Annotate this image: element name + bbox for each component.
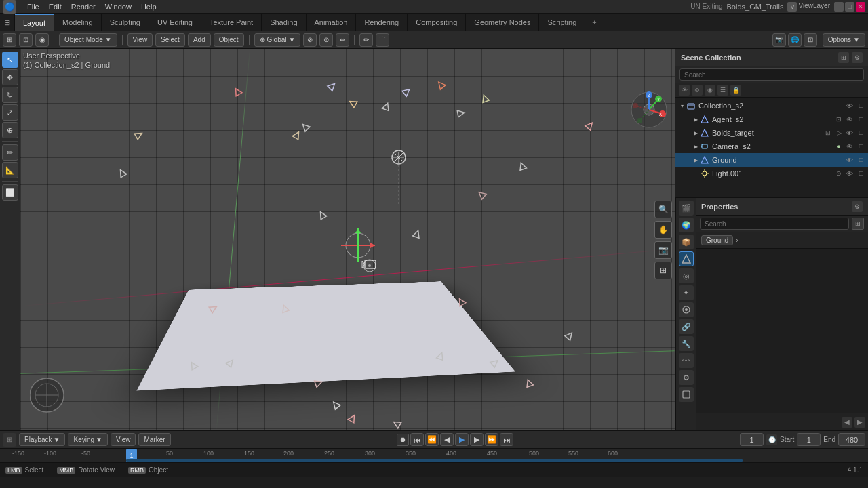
props-icon-extra[interactable]	[679, 387, 694, 402]
view-btn[interactable]: View	[127, 33, 153, 47]
tab-scripting[interactable]: Scripting	[539, 14, 585, 30]
tl-time-display-icon[interactable]: 🕐	[766, 434, 777, 445]
camera-hide-icon[interactable]: ☐	[856, 142, 865, 151]
tree-arrow-camera[interactable]: ▶	[692, 142, 700, 150]
tool-move[interactable]: ✥	[2, 69, 18, 85]
tab-layout[interactable]: Layout	[15, 14, 54, 30]
props-icon-object[interactable]: 📦	[679, 235, 694, 249]
filter-icon-3[interactable]: ◉	[705, 85, 715, 96]
filter-icon-2[interactable]: ⊙	[692, 85, 703, 96]
annotate-btn[interactable]: ✏	[359, 33, 373, 47]
toolbar-icon-2[interactable]: ⊡	[19, 33, 33, 47]
options-btn[interactable]: Options ▼	[823, 33, 865, 47]
tool-measure[interactable]: 📐	[2, 162, 18, 178]
menu-help[interactable]: Help	[137, 1, 161, 12]
props-icon-physics[interactable]	[679, 302, 694, 317]
props-icon-modifiers[interactable]: 🔧	[679, 336, 694, 351]
tl-view-btn[interactable]: View	[111, 433, 136, 446]
overlay-icon[interactable]: ⊡	[804, 33, 817, 47]
toolbar-icon-3[interactable]: ◉	[35, 33, 49, 47]
tab-geometry-nodes[interactable]: Geometry Nodes	[466, 14, 539, 30]
props-icon-material[interactable]: ◎	[679, 268, 694, 283]
tl-marker-btn[interactable]: Marker	[138, 433, 170, 446]
props-icon-shading[interactable]: 〰	[679, 353, 694, 368]
agent-hide-icon[interactable]: ☐	[856, 115, 865, 124]
object-btn[interactable]: Object	[214, 33, 244, 47]
tab-uv-editing[interactable]: UV Editing	[149, 14, 201, 30]
toolbar-icon-1[interactable]: ⊞	[3, 33, 16, 47]
tl-next-frame-btn[interactable]: ⏩	[485, 433, 498, 446]
zoom-in-btn[interactable]: 🔍	[654, 201, 672, 218]
start-frame-input[interactable]: 1	[797, 433, 821, 446]
tab-animation[interactable]: Animation	[307, 14, 357, 30]
props-icon-world[interactable]: 🌍	[679, 218, 694, 232]
workspace-icon[interactable]: ⊞	[0, 14, 15, 31]
props-next-btn[interactable]: ▶	[854, 417, 865, 428]
collection-eye-icon[interactable]: 👁	[845, 101, 854, 110]
nav-widget[interactable]	[30, 378, 74, 424]
tab-shading[interactable]: Shading	[262, 14, 306, 30]
tl-next-keyframe-btn[interactable]: ▶	[470, 433, 484, 446]
props-icon-particles[interactable]: ✦	[679, 285, 694, 300]
menu-render[interactable]: Render	[67, 1, 100, 12]
current-frame-input[interactable]: 1	[740, 433, 764, 446]
add-workspace-btn[interactable]: +	[588, 14, 600, 30]
props-icon-constraints[interactable]: 🔗	[679, 319, 694, 334]
filter-icon-1[interactable]: 👁	[679, 85, 690, 96]
mirror-btn[interactable]: ⇔	[336, 33, 349, 47]
menu-file[interactable]: File	[23, 1, 43, 12]
props-icon-mesh[interactable]	[679, 251, 694, 266]
tree-arrow-boids[interactable]: ▶	[692, 129, 700, 137]
menu-edit[interactable]: Edit	[45, 1, 66, 12]
tl-jump-end-btn[interactable]: ⏭	[500, 433, 513, 446]
minimize-btn[interactable]: –	[834, 2, 844, 12]
ground-hide-icon[interactable]: ☐	[856, 155, 865, 165]
add-btn[interactable]: Add	[188, 33, 211, 47]
select-btn[interactable]: Select	[155, 33, 185, 47]
end-frame-input[interactable]: 480	[838, 433, 865, 446]
props-icon-render[interactable]: ⚙	[679, 370, 694, 385]
hand-btn[interactable]: ✋	[654, 221, 672, 239]
tl-jump-start-btn[interactable]: ⏮	[410, 433, 424, 446]
props-icon-btn[interactable]: ⚙	[852, 201, 863, 212]
tl-playback-btn[interactable]: Playback ▼	[19, 433, 65, 446]
tree-item-boids[interactable]: ▶ Boids_target ⊡ ▷ 👁 ☐	[675, 126, 868, 140]
tool-scale[interactable]: ⤢	[2, 104, 18, 121]
tl-record-btn[interactable]: ⏺	[397, 434, 409, 446]
tl-prev-keyframe-btn[interactable]: ◀	[440, 433, 454, 446]
proportional-btn[interactable]: ⊙	[319, 33, 333, 47]
tree-collection[interactable]: ▾ Collection_s2 👁 ☐	[675, 99, 868, 113]
tree-item-agent[interactable]: ▶ Agent_s2 ⊡ 👁 ☐	[675, 113, 868, 126]
tab-modeling[interactable]: Modeling	[54, 14, 102, 30]
props-filter-btn[interactable]: ⊞	[852, 218, 864, 230]
tree-item-ground[interactable]: ▶ Ground 👁 ☐	[675, 153, 868, 167]
object-mode-btn[interactable]: Object Mode ▼	[59, 33, 117, 47]
tree-item-camera[interactable]: ▶ Camera_s2 ● 👁 ☐	[675, 140, 868, 153]
breadcrumb-ground[interactable]: Ground	[701, 235, 733, 245]
tl-keying-btn[interactable]: Keying ▼	[68, 433, 107, 446]
tab-compositing[interactable]: Compositing	[408, 14, 466, 30]
tree-arrow-ground[interactable]: ▶	[692, 156, 700, 164]
tool-add-cube[interactable]: ⬜	[2, 184, 18, 201]
viewlayer-btn[interactable]: V	[787, 2, 797, 12]
snap-btn[interactable]: ⊘	[303, 33, 317, 47]
light-eye-icon[interactable]: 👁	[845, 169, 854, 178]
outliner-filter-icon[interactable]: ⊞	[838, 52, 849, 63]
tool-annotate[interactable]: ✏	[2, 144, 18, 161]
globe-icon[interactable]: 🌐	[788, 33, 802, 47]
transform-btn[interactable]: ⊕ Global ▼	[254, 33, 301, 47]
tree-arrow-agent[interactable]: ▶	[692, 115, 700, 123]
close-btn[interactable]: ✕	[856, 2, 865, 12]
filter-icon-5[interactable]: 🔒	[730, 85, 741, 96]
boids-eye-icon[interactable]: 👁	[845, 128, 854, 138]
props-search-input[interactable]	[700, 218, 849, 230]
camera-eye-icon[interactable]: 👁	[845, 142, 854, 151]
ground-eye-icon[interactable]: 👁	[845, 155, 854, 165]
menu-window[interactable]: Window	[101, 1, 136, 12]
tree-arrow-collection[interactable]: ▾	[678, 102, 686, 110]
tl-play-btn[interactable]: ▶	[455, 433, 469, 446]
props-prev-btn[interactable]: ◀	[842, 417, 852, 428]
tl-menu-icon[interactable]: ⊞	[3, 433, 16, 447]
viewport-3d[interactable]: User Perspective (1) Collection_s2 | Gro…	[20, 49, 675, 430]
quad-view-btn[interactable]: ⊞	[654, 262, 672, 279]
